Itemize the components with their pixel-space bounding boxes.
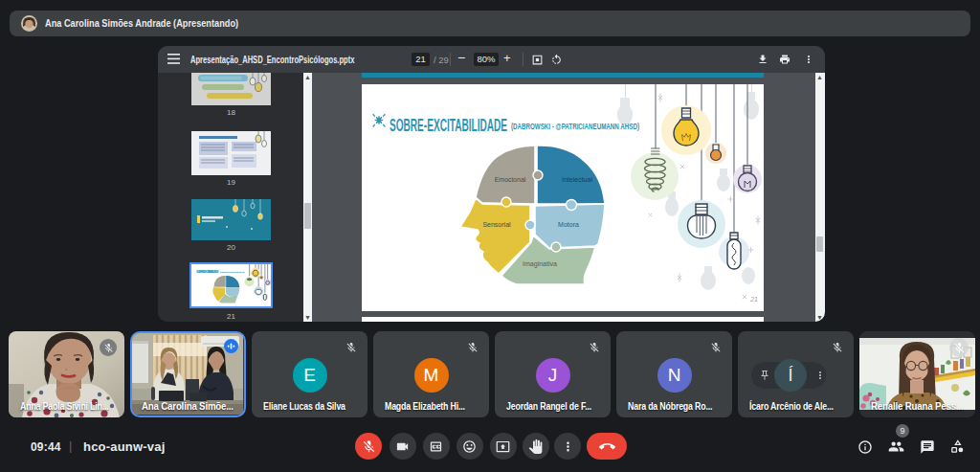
svg-text:SOBRE-EXCITABILIDADE: SOBRE-EXCITABILIDADE xyxy=(196,270,219,274)
svg-text:(DABROWSKI - @PATRICIANEUMANN: (DABROWSKI - @PATRICIANEUMANN AHSD) xyxy=(511,122,639,131)
svg-text:SOBRE-EXCITABILIDADE: SOBRE-EXCITABILIDADE xyxy=(390,115,507,135)
svg-text:Sensorial: Sensorial xyxy=(482,221,511,228)
svg-text:Motora: Motora xyxy=(558,221,579,228)
svg-text:21: 21 xyxy=(749,296,758,303)
svg-text:Intelectual: Intelectual xyxy=(562,176,592,183)
svg-text:Emocional: Emocional xyxy=(495,176,526,183)
svg-text:Imaginativa: Imaginativa xyxy=(523,260,557,268)
